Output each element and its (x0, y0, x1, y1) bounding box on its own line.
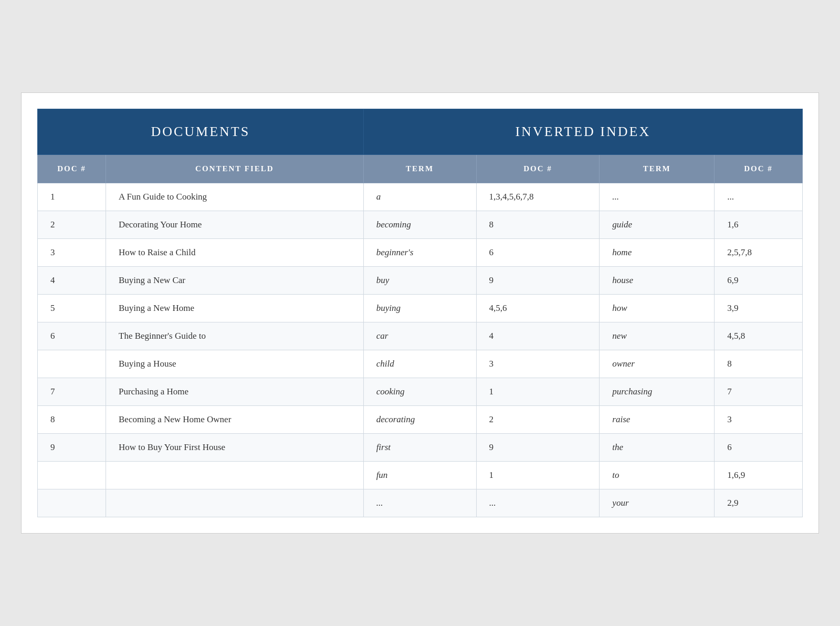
cell-r9-c5: 6 (715, 434, 803, 462)
cell-r2-c3: 6 (476, 239, 600, 267)
cell-r7-c2: cooking (363, 378, 476, 406)
cell-r9-c3: 9 (476, 434, 600, 462)
table-body: 1A Fun Guide to Cookinga1,3,4,5,6,7,8...… (38, 183, 803, 517)
table-row: 2Decorating Your Homebecoming8guide1,6 (38, 211, 803, 239)
table-row: 8Becoming a New Home Ownerdecorating2rai… (38, 406, 803, 434)
table-row: 6The Beginner's Guide tocar4new4,5,8 (38, 322, 803, 350)
cell-r4-c1: Buying a New Home (106, 295, 364, 322)
cell-r5-c2: car (363, 322, 476, 350)
cell-r9-c2: first (363, 434, 476, 462)
cell-r7-c0: 7 (38, 378, 106, 406)
cell-r0-c4: ... (600, 183, 715, 211)
cell-r11-c3: ... (476, 489, 600, 517)
cell-r10-c0 (38, 462, 106, 489)
cell-r7-c3: 1 (476, 378, 600, 406)
cell-r5-c5: 4,5,8 (715, 322, 803, 350)
cell-r1-c0: 2 (38, 211, 106, 239)
col-header-doc1: DOC # (38, 155, 106, 183)
table-row: Buying a Housechild3owner8 (38, 350, 803, 378)
table-row: 9How to Buy Your First Housefirst9the6 (38, 434, 803, 462)
cell-r3-c1: Buying a New Car (106, 267, 364, 295)
inverted-index-header: INVERTED INDEX (363, 109, 802, 155)
cell-r2-c1: How to Raise a Child (106, 239, 364, 267)
cell-r0-c3: 1,3,4,5,6,7,8 (476, 183, 600, 211)
col-header-docnum3: DOC # (715, 155, 803, 183)
cell-r3-c4: house (600, 267, 715, 295)
table-row: 5Buying a New Homebuying4,5,6how3,9 (38, 295, 803, 322)
cell-r7-c4: purchasing (600, 378, 715, 406)
documents-header: DOCUMENTS (38, 109, 364, 155)
main-container: DOCUMENTS INVERTED INDEX DOC # CONTENT F… (21, 92, 819, 534)
cell-r6-c1: Buying a House (106, 350, 364, 378)
cell-r7-c5: 7 (715, 378, 803, 406)
cell-r3-c3: 9 (476, 267, 600, 295)
cell-r1-c5: 1,6 (715, 211, 803, 239)
cell-r2-c5: 2,5,7,8 (715, 239, 803, 267)
cell-r8-c3: 2 (476, 406, 600, 434)
cell-r4-c5: 3,9 (715, 295, 803, 322)
cell-r3-c2: buy (363, 267, 476, 295)
table-row: 4Buying a New Carbuy9house6,9 (38, 267, 803, 295)
table-row: fun1to1,6,9 (38, 462, 803, 489)
cell-r9-c1: How to Buy Your First House (106, 434, 364, 462)
cell-r3-c0: 4 (38, 267, 106, 295)
cell-r0-c2: a (363, 183, 476, 211)
cell-r10-c1 (106, 462, 364, 489)
col-header-term2: TERM (600, 155, 715, 183)
cell-r1-c2: becoming (363, 211, 476, 239)
cell-r2-c0: 3 (38, 239, 106, 267)
cell-r11-c4: your (600, 489, 715, 517)
cell-r1-c3: 8 (476, 211, 600, 239)
cell-r10-c4: to (600, 462, 715, 489)
cell-r5-c0: 6 (38, 322, 106, 350)
cell-r1-c1: Decorating Your Home (106, 211, 364, 239)
cell-r0-c0: 1 (38, 183, 106, 211)
cell-r5-c3: 4 (476, 322, 600, 350)
cell-r8-c2: decorating (363, 406, 476, 434)
main-table: DOCUMENTS INVERTED INDEX DOC # CONTENT F… (37, 109, 803, 517)
cell-r7-c1: Purchasing a Home (106, 378, 364, 406)
cell-r5-c1: The Beginner's Guide to (106, 322, 364, 350)
col-header-term1: TERM (363, 155, 476, 183)
cell-r2-c2: beginner's (363, 239, 476, 267)
section-header-row: DOCUMENTS INVERTED INDEX (38, 109, 803, 155)
table-row: 1A Fun Guide to Cookinga1,3,4,5,6,7,8...… (38, 183, 803, 211)
cell-r4-c4: how (600, 295, 715, 322)
cell-r1-c4: guide (600, 211, 715, 239)
cell-r8-c4: raise (600, 406, 715, 434)
col-header-docnum2: DOC # (476, 155, 600, 183)
cell-r4-c2: buying (363, 295, 476, 322)
cell-r11-c0 (38, 489, 106, 517)
cell-r4-c0: 5 (38, 295, 106, 322)
cell-r10-c3: 1 (476, 462, 600, 489)
cell-r8-c1: Becoming a New Home Owner (106, 406, 364, 434)
cell-r10-c5: 1,6,9 (715, 462, 803, 489)
cell-r2-c4: home (600, 239, 715, 267)
cell-r8-c5: 3 (715, 406, 803, 434)
cell-r0-c5: ... (715, 183, 803, 211)
cell-r0-c1: A Fun Guide to Cooking (106, 183, 364, 211)
cell-r3-c5: 6,9 (715, 267, 803, 295)
table-row: 3How to Raise a Childbeginner's6home2,5,… (38, 239, 803, 267)
cell-r6-c5: 8 (715, 350, 803, 378)
cell-r6-c2: child (363, 350, 476, 378)
col-header-content: CONTENT FIELD (106, 155, 364, 183)
cell-r4-c3: 4,5,6 (476, 295, 600, 322)
cell-r11-c1 (106, 489, 364, 517)
cell-r8-c0: 8 (38, 406, 106, 434)
cell-r6-c4: owner (600, 350, 715, 378)
cell-r6-c0 (38, 350, 106, 378)
cell-r9-c4: the (600, 434, 715, 462)
cell-r11-c2: ... (363, 489, 476, 517)
cell-r11-c5: 2,9 (715, 489, 803, 517)
cell-r5-c4: new (600, 322, 715, 350)
cell-r10-c2: fun (363, 462, 476, 489)
table-row: 7Purchasing a Homecooking1purchasing7 (38, 378, 803, 406)
table-row: ......your2,9 (38, 489, 803, 517)
cell-r9-c0: 9 (38, 434, 106, 462)
cell-r6-c3: 3 (476, 350, 600, 378)
col-header-row: DOC # CONTENT FIELD TERM DOC # TERM DOC … (38, 155, 803, 183)
